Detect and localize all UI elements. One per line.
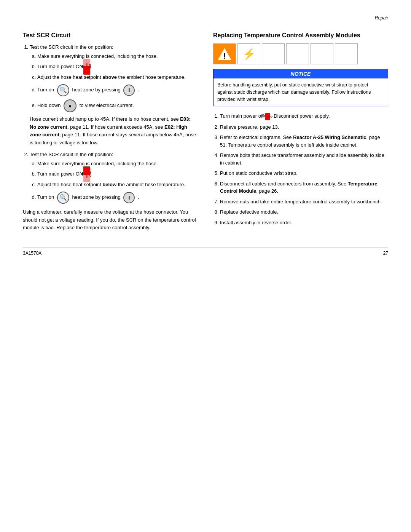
right-step-6: Disconnect all cables and connectors fro… — [220, 180, 388, 195]
left-column: Test SCR Circuit Test the SCR circuit in… — [23, 32, 198, 232]
power-off-switch-icon: ON OFF — [267, 113, 268, 120]
item2d: Turn on 🔍 heat zone by pressing I . — [37, 192, 198, 204]
item1b: Turn main power ON ON OFF . — [37, 63, 198, 70]
power-on-switch-icon: ON OFF — [86, 63, 88, 71]
svg-text:!: ! — [223, 52, 226, 60]
list-item-2: Test the SCR circuit in the off position… — [30, 151, 198, 204]
right-step-9: Install assembly in reverse order. — [220, 219, 388, 227]
alpha-list-2: Make sure everything is connected, inclu… — [30, 160, 198, 204]
footer-left: 3A1570A — [23, 251, 41, 256]
item1d: Turn on 🔍 heat zone by pressing I . — [37, 84, 198, 96]
item2c: Adjust the hose heat setpoint below the … — [37, 181, 198, 189]
main-list: Test the SCR circuit in the on position:… — [23, 43, 198, 204]
notice-body: Before handling assembly, put on static … — [213, 78, 388, 106]
notice-header: NOTICE — [213, 69, 388, 78]
warning-icons-row: ! ⚡ — [213, 43, 388, 64]
item1c: Adjust the hose heat setpoint above the … — [37, 73, 198, 81]
list-item-1: Test the SCR circuit in the on position:… — [30, 43, 198, 147]
circle-i-button-2: I — [123, 192, 135, 203]
right-step-5: Put on static conductive wrist strap. — [220, 169, 388, 177]
right-column: Replacing Temperature Control Assembly M… — [213, 32, 388, 232]
item1e: Hold down ● to view electrical current. — [37, 99, 198, 112]
right-title: Replacing Temperature Control Assembly M… — [213, 32, 388, 39]
lightning-symbol: ⚡ — [242, 48, 256, 60]
closing-paragraph: Using a voltmeter, carefully measure the… — [23, 208, 198, 232]
item1a: Make sure everything is connected, inclu… — [37, 53, 198, 60]
q-icon-2: 🔍 — [57, 192, 69, 204]
q-icon: 🔍 — [57, 84, 69, 96]
right-step-2: Relieve pressure, page 13. — [220, 123, 388, 131]
right-step-3: Refer to electrical diagrams. See Reacto… — [220, 134, 388, 149]
main-content: Test SCR Circuit Test the SCR circuit in… — [23, 32, 388, 232]
warning-box-6 — [335, 43, 358, 64]
warning-box-5 — [311, 43, 333, 64]
left-title: Test SCR Circuit — [23, 32, 198, 39]
page-footer: 3A1570A 27 — [23, 247, 388, 256]
footer-right: 27 — [383, 251, 388, 256]
item2b: Turn main power ON ON OFF . — [37, 170, 198, 178]
right-step-1: Turn main power off ON OFF . Disconnect … — [220, 112, 388, 120]
page-header: Repair — [23, 15, 388, 21]
right-step-4: Remove bolts that secure transformer ass… — [220, 152, 388, 166]
hold-down-icon: ● — [64, 99, 76, 112]
item2a: Make sure everything is connected, inclu… — [37, 160, 198, 168]
warning-box-3 — [262, 43, 285, 64]
power-on-switch-2-icon: ON OFF — [86, 171, 88, 178]
page: Repair Test SCR Circuit Test the SCR cir… — [0, 0, 411, 532]
right-step-8: Replace defective module. — [220, 208, 388, 216]
right-step-7: Remove nuts and take entire temperature … — [220, 198, 388, 206]
alpha-list-1: Make sure everything is connected, inclu… — [30, 53, 198, 112]
circle-i-button: I — [123, 85, 135, 96]
notice-box: NOTICE Before handling assembly, put on … — [213, 69, 388, 106]
right-list: Turn main power off ON OFF . Disconnect … — [213, 112, 388, 226]
item1-intro: Test the SCR circuit in the on position: — [30, 44, 113, 50]
item1-paragraph: Hose current should ramp up to 45A. If t… — [30, 115, 198, 147]
warning-triangle-icon: ! — [213, 43, 236, 64]
warning-box-4 — [286, 43, 309, 64]
header-label: Repair — [375, 15, 388, 21]
lightning-icon: ⚡ — [237, 43, 260, 64]
